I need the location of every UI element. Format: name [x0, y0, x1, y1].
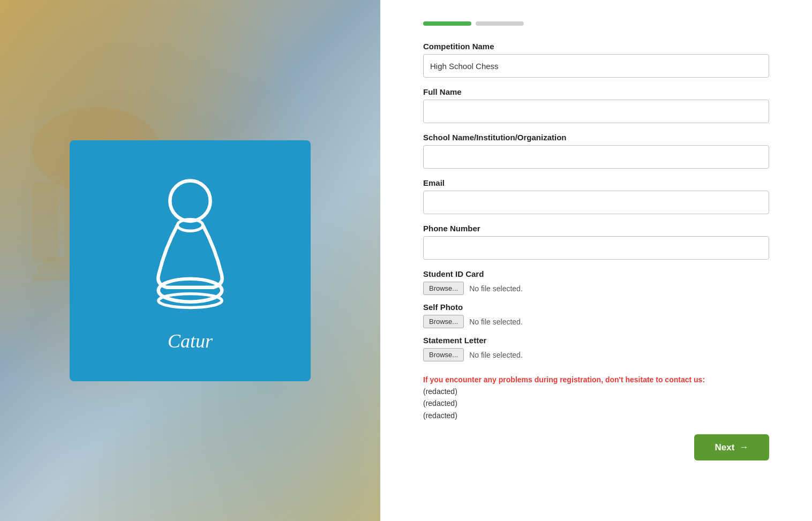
school-name-group: School Name/Institution/Organization	[423, 133, 769, 169]
competition-name-input[interactable]	[423, 54, 769, 78]
school-name-input[interactable]	[423, 145, 769, 169]
logo-label: Catur	[168, 330, 213, 352]
self-photo-file-row: Browse... No file selected.	[423, 315, 769, 328]
logo-card: Catur	[70, 140, 311, 381]
self-photo-section: Self Photo Browse... No file selected.	[423, 303, 769, 328]
student-id-browse-button[interactable]: Browse...	[423, 282, 464, 295]
statement-letter-no-file: No file selected.	[469, 351, 523, 359]
progress-bar	[423, 21, 769, 26]
email-input[interactable]	[423, 191, 769, 214]
self-photo-browse-button[interactable]: Browse...	[423, 315, 464, 328]
svg-point-11	[170, 180, 210, 221]
full-name-label: Full Name	[423, 87, 769, 96]
contact-info-block: If you encounter any problems during reg…	[423, 374, 769, 421]
email-group: Email	[423, 178, 769, 214]
svg-rect-4	[32, 182, 59, 262]
right-panel: Competition Name Full Name School Name/I…	[380, 0, 812, 521]
statement-letter-label: Statement Letter	[423, 336, 769, 345]
contact-item-3: (redacted)	[423, 410, 769, 421]
progress-step-2	[476, 21, 524, 26]
student-id-no-file: No file selected.	[469, 284, 523, 293]
school-name-label: School Name/Institution/Organization	[423, 133, 769, 142]
full-name-group: Full Name	[423, 87, 769, 123]
contact-item-1: (redacted)	[423, 386, 769, 397]
phone-input[interactable]	[423, 236, 769, 260]
statement-letter-section: Statement Letter Browse... No file selec…	[423, 336, 769, 361]
contact-item-2: (redacted)	[423, 397, 769, 409]
self-photo-label: Self Photo	[423, 303, 769, 312]
statement-letter-browse-button[interactable]: Browse...	[423, 348, 464, 361]
student-id-file-row: Browse... No file selected.	[423, 282, 769, 295]
phone-group: Phone Number	[423, 224, 769, 260]
competition-name-group: Competition Name	[423, 42, 769, 78]
phone-label: Phone Number	[423, 224, 769, 233]
arrow-right-icon: →	[739, 442, 748, 453]
progress-step-1	[423, 21, 471, 26]
contact-warning-text: If you encounter any problems during reg…	[423, 374, 769, 386]
chess-pawn-icon	[131, 169, 249, 319]
student-id-label: Student ID Card	[423, 269, 769, 278]
full-name-input[interactable]	[423, 100, 769, 123]
competition-name-label: Competition Name	[423, 42, 769, 51]
next-button[interactable]: Next →	[694, 434, 769, 460]
self-photo-no-file: No file selected.	[469, 318, 523, 326]
left-panel: Catur	[0, 0, 380, 521]
email-label: Email	[423, 178, 769, 187]
student-id-section: Student ID Card Browse... No file select…	[423, 269, 769, 295]
statement-letter-file-row: Browse... No file selected.	[423, 348, 769, 361]
svg-point-13	[159, 278, 222, 301]
next-button-label: Next	[715, 442, 735, 453]
